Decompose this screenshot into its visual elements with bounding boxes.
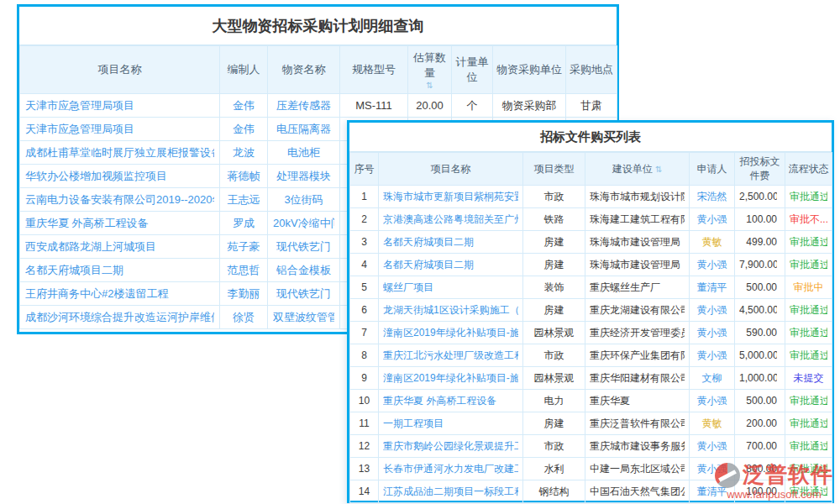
builder-cell: 珠海城市建设管理局 bbox=[585, 254, 690, 276]
applicant-cell[interactable]: 黄小强 bbox=[690, 390, 735, 412]
applicant-cell[interactable]: 黄小强 bbox=[690, 344, 735, 367]
col-builder[interactable]: 建设单位 ⇅ bbox=[585, 153, 690, 186]
builder-cell: 重庆螺丝生产厂 bbox=[585, 276, 690, 299]
project-type-cell: 园林景观 bbox=[523, 367, 585, 390]
project-name-cell[interactable]: 龙湖天街城1区设计采购施工（EPC）... bbox=[379, 299, 523, 322]
material-cell: 处理器模块 bbox=[268, 165, 340, 188]
applicant-cell[interactable]: 黄小强 bbox=[690, 299, 735, 322]
project-name-cell[interactable]: 华软办公楼增加视频监控项目 bbox=[20, 165, 220, 188]
seq-no-cell: 3 bbox=[350, 231, 379, 254]
applicant-cell[interactable]: 黄小强 bbox=[690, 254, 735, 276]
col-project-type: 项目类型 bbox=[523, 153, 585, 186]
seq-no-cell: 2 bbox=[350, 208, 379, 231]
seq-no-cell: 14 bbox=[350, 480, 379, 503]
applicant-cell[interactable]: 文柳 bbox=[690, 367, 735, 390]
project-name-cell[interactable]: 重庆市鹅岭公园绿化景观提升工程施工 bbox=[379, 435, 523, 458]
applicant-cell[interactable]: 黄小强 bbox=[690, 208, 735, 231]
col-estimated-qty[interactable]: 估算数量 ⇅ bbox=[408, 46, 452, 94]
doc-fee-cell: 700.00 bbox=[735, 435, 785, 458]
compiler-cell: 范思哲 bbox=[220, 259, 268, 282]
purchase-table-row: 1珠海市城市更新项目紫桐苑安置点设计...市政珠海市城市规划设计院宋浩然2,50… bbox=[350, 186, 832, 208]
purchase-table-row: 6龙湖天街城1区设计采购施工（EPC）...房建重庆龙湖建设有限公司黄小强4,5… bbox=[350, 299, 832, 322]
qty-cell: 20.00 bbox=[408, 94, 452, 118]
applicant-cell[interactable]: 黄小强 bbox=[690, 322, 735, 344]
plan-table-header-row: 项目名称 编制人 物资名称 规格型号 估算数量 ⇅ 计量单位 物资采购单位 采购… bbox=[20, 46, 617, 94]
seq-no-cell: 6 bbox=[350, 299, 379, 322]
project-type-cell: 市政 bbox=[523, 186, 585, 208]
project-name-cell[interactable]: 王府井商务中心#2楼遗留工程 bbox=[20, 282, 220, 306]
project-name-cell[interactable]: 名都天府城项目二期 bbox=[379, 231, 523, 254]
project-type-cell: 钢结构 bbox=[523, 480, 585, 503]
col-purchase-unit: 物资采购单位 bbox=[493, 46, 566, 94]
purchase-table-row: 4名都天府城项目二期房建珠海城市建设管理局黄小强7,900.00审批通过 bbox=[350, 254, 832, 276]
col-measure-unit: 计量单位 bbox=[452, 46, 493, 94]
applicant-cell[interactable]: 黄小强 bbox=[690, 435, 735, 458]
project-name-cell[interactable]: 成都沙河环境综合提升改造运河护岸维修改 bbox=[20, 306, 220, 329]
applicant-cell[interactable]: 黄敏 bbox=[690, 412, 735, 435]
doc-fee-cell: 499.00 bbox=[735, 231, 785, 254]
applicant-cell[interactable]: 宋浩然 bbox=[690, 186, 735, 208]
purchase-table-row: 11一期工程项目房建重庆泛普软件有限公司黄敏200.00审批通过 bbox=[350, 412, 832, 435]
material-cell: 双壁波纹管管 bbox=[268, 306, 340, 329]
project-name-cell[interactable]: 云南电力设备安装有限公司2019--2020年度 bbox=[20, 188, 220, 212]
sort-icon[interactable]: ⇅ bbox=[412, 81, 448, 90]
purchase-table-row: 10重庆华夏 外高桥工程设备电力重庆华夏黄小强500.00审批通过 bbox=[350, 390, 832, 412]
project-type-cell: 园林景观 bbox=[523, 322, 585, 344]
project-name-cell[interactable]: 天津市应急管理局项目 bbox=[20, 118, 220, 141]
project-name-cell[interactable]: 京港澳高速公路粤境韶关至广州互通路... bbox=[379, 208, 523, 231]
project-name-cell[interactable]: 名都天府城项目二期 bbox=[379, 254, 523, 276]
project-name-cell[interactable]: 重庆华夏 外高桥工程设备 bbox=[379, 390, 523, 412]
project-name-cell[interactable]: 潼南区2019年绿化补贴项目-施工2标段 bbox=[379, 322, 523, 344]
applicant-cell[interactable]: 黄小强 bbox=[690, 458, 735, 480]
flow-status-cell: 审批通过 bbox=[785, 435, 832, 458]
compiler-cell: 金伟 bbox=[220, 94, 268, 118]
seq-no-cell: 4 bbox=[350, 254, 379, 276]
purchase-table-row: 3名都天府城项目二期房建珠海城市建设管理局黄敏499.00审批通过 bbox=[350, 231, 832, 254]
project-name-cell[interactable]: 西安成都路龙湖上河城项目 bbox=[20, 235, 220, 259]
project-name-cell[interactable]: 长春市伊通河水力发电厂改建工程 bbox=[379, 458, 523, 480]
doc-fee-cell: 100.00 bbox=[735, 480, 785, 503]
col-project-name: 项目名称 bbox=[20, 46, 220, 94]
builder-cell: 中建一局东北区域公司 bbox=[585, 458, 690, 480]
applicant-cell[interactable]: 董清平 bbox=[690, 480, 735, 503]
purchase-table-header-row: 序号 项目名称 项目类型 建设单位 ⇅ 申请人 招投标文件费 流程状态 bbox=[350, 153, 832, 186]
doc-fee-cell: 5,000.00 bbox=[735, 344, 785, 367]
project-type-cell: 电力 bbox=[523, 390, 585, 412]
compiler-cell: 李勤丽 bbox=[220, 282, 268, 306]
location-cell: 甘肃 bbox=[566, 94, 617, 118]
applicant-cell[interactable]: 董清平 bbox=[690, 276, 735, 299]
seq-no-cell: 1 bbox=[350, 186, 379, 208]
project-name-cell[interactable]: 名都天府城项目二期 bbox=[20, 259, 220, 282]
project-name-cell[interactable]: 天津市应急管理局项目 bbox=[20, 94, 220, 118]
flow-status-cell: 审批通过 bbox=[785, 458, 832, 480]
doc-fee-cell: 7,900.00 bbox=[735, 254, 785, 276]
project-name-cell[interactable]: 螺丝厂项目 bbox=[379, 276, 523, 299]
project-name-cell[interactable]: 成都杜甫草堂临时展厅独立展柜报警设备安 bbox=[20, 141, 220, 165]
project-name-cell[interactable]: 珠海市城市更新项目紫桐苑安置点设计... bbox=[379, 186, 523, 208]
project-type-cell: 市政 bbox=[523, 435, 585, 458]
col-purchase-location: 采购地点 bbox=[566, 46, 617, 94]
builder-cell: 重庆龙湖建设有限公司 bbox=[585, 299, 690, 322]
purchase-table: 序号 项目名称 项目类型 建设单位 ⇅ 申请人 招投标文件费 流程状态 1珠海市… bbox=[349, 152, 832, 503]
material-cell: 现代铁艺门 bbox=[268, 282, 340, 306]
doc-fee-cell: 500.00 bbox=[735, 390, 785, 412]
doc-fee-cell: 4,500.00 bbox=[735, 299, 785, 322]
applicant-cell[interactable]: 黄敏 bbox=[690, 231, 735, 254]
sort-icon[interactable]: ⇅ bbox=[655, 165, 662, 174]
col-seq-no: 序号 bbox=[350, 153, 379, 186]
doc-fee-cell: 1,000.00 bbox=[735, 367, 785, 390]
project-name-cell[interactable]: 江苏成品油二期项目一标段工程 bbox=[379, 480, 523, 503]
compiler-cell: 苑子豪 bbox=[220, 235, 268, 259]
purchase-table-title: 招标文件购买列表 bbox=[349, 123, 832, 152]
project-name-cell[interactable]: 一期工程项目 bbox=[379, 412, 523, 435]
builder-cell: 重庆环保产业集团有限... bbox=[585, 344, 690, 367]
builder-cell: 珠海市城市规划设计院 bbox=[585, 186, 690, 208]
flow-status-cell: 审批通过 bbox=[785, 299, 832, 322]
project-name-cell[interactable]: 潼南区2019年绿化补贴项目-施工2标段 bbox=[379, 367, 523, 390]
project-name-cell[interactable]: 重庆华夏 外高桥工程设备 bbox=[20, 212, 220, 235]
builder-cell: 中国石油天然气集团公司 bbox=[585, 480, 690, 503]
doc-fee-cell: 590.00 bbox=[735, 322, 785, 344]
project-type-cell: 水利 bbox=[523, 458, 585, 480]
purchase-unit-cell: 物资采购部 bbox=[493, 94, 566, 118]
project-name-cell[interactable]: 重庆江北污水处理厂级改造工程-道路修... bbox=[379, 344, 523, 367]
